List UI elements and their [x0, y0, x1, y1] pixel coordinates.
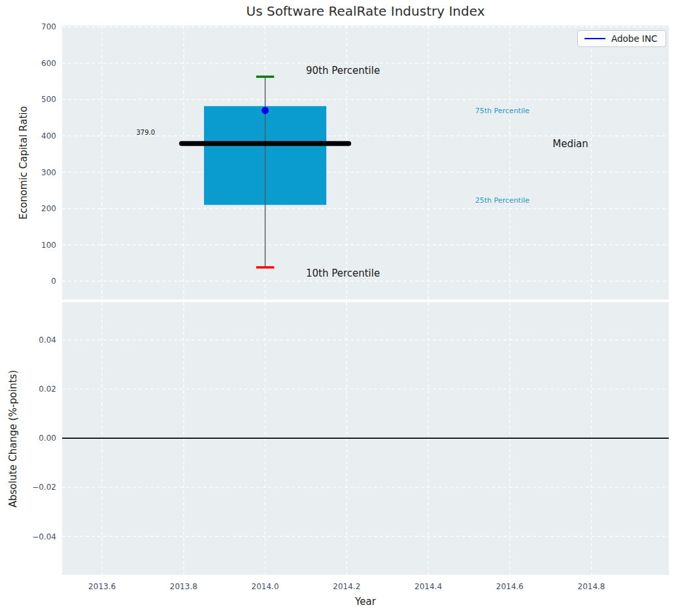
x-tick-label: 2014.0	[252, 582, 279, 591]
legend: Adobe INC	[577, 30, 666, 47]
data-point-adobe-inc	[262, 107, 269, 114]
x-tick-label: 2014.8	[578, 582, 605, 591]
annotation: 90th Percentile	[306, 65, 380, 77]
chart-canvas: 010020030040050060070090th Percentile75t…	[0, 0, 676, 616]
bottom-y-axis-label: Absolute Change (%-points)	[6, 302, 20, 575]
annotation: 25th Percentile	[475, 196, 530, 205]
x-tick-label: 2013.8	[170, 582, 197, 591]
y-tick-label: 0.02	[39, 385, 56, 394]
y-tick-label: 600	[41, 59, 56, 68]
x-tick-label: 2014.6	[496, 582, 524, 591]
top-y-axis-label: Economic Capital Ratio	[16, 26, 31, 299]
y-tick-label: 300	[41, 168, 56, 177]
y-tick-label: 0.04	[39, 335, 56, 345]
y-tick-label: 100	[41, 241, 56, 250]
figure: Us Software RealRate Industry Index 0100…	[0, 0, 676, 616]
annotation: 10th Percentile	[306, 267, 380, 279]
chart-title: Us Software RealRate Industry Index	[62, 3, 669, 19]
y-tick-label: 700	[41, 22, 56, 31]
y-tick-label: 0	[51, 277, 56, 286]
y-tick-label: 500	[41, 95, 56, 104]
y-tick-label: 200	[41, 204, 56, 213]
y-tick-label: −0.04	[32, 532, 56, 541]
x-axis-label: Year	[62, 596, 669, 607]
bottom-y-axis-label-text: Absolute Change (%-points)	[7, 370, 19, 507]
legend-line-sample	[584, 38, 605, 39]
top-y-axis-label-text: Economic Capital Ratio	[18, 106, 29, 219]
annotation: 379.0	[137, 129, 156, 136]
y-tick-label: 400	[41, 131, 56, 141]
annotation: Median	[552, 138, 588, 150]
annotation: 75th Percentile	[475, 107, 530, 115]
x-tick-label: 2014.4	[414, 582, 442, 591]
x-tick-label: 2014.2	[333, 582, 360, 591]
y-tick-label: −0.02	[32, 483, 56, 492]
y-tick-label: 0.00	[39, 434, 56, 443]
legend-label: Adobe INC	[611, 33, 658, 44]
x-tick-label: 2013.6	[88, 582, 116, 591]
